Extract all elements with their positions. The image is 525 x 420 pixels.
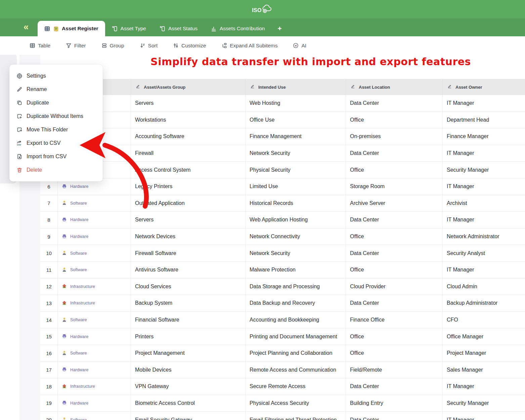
asset-location-cell[interactable]: Data Center	[346, 212, 443, 228]
asset-group-cell[interactable]: Mobile Devices	[131, 362, 246, 378]
column-header-asset-location[interactable]: Asset Location	[346, 79, 443, 95]
asset-group-cell[interactable]: Antivirus Software	[131, 262, 246, 278]
toolbar-item-sort[interactable]: Sort	[140, 43, 158, 49]
asset-category-cell[interactable]: Software	[58, 312, 131, 328]
row-number-cell[interactable]: 10	[40, 245, 58, 261]
asset-location-cell[interactable]: Office	[346, 112, 443, 128]
asset-category-cell[interactable]: Infrastructure	[58, 279, 131, 295]
toolbar-item-group[interactable]: Group	[101, 43, 124, 49]
asset-location-cell[interactable]: Data Center	[346, 412, 443, 420]
intended-use-cell[interactable]: Limited Use	[246, 178, 346, 195]
intended-use-cell[interactable]: Physical Access Security	[246, 395, 346, 412]
intended-use-cell[interactable]: Printing and Document Management	[246, 328, 346, 345]
toolbar-item-expand-all-subitems[interactable]: Expand All Subitems	[221, 43, 277, 49]
row-number-cell[interactable]: 15	[40, 328, 58, 345]
asset-category-cell[interactable]: Infrastructure	[58, 378, 131, 395]
asset-location-cell[interactable]: Building Entry	[346, 395, 443, 412]
column-header-intended-use[interactable]: Intended Use	[246, 79, 346, 95]
asset-owner-cell[interactable]: CFO	[443, 312, 525, 328]
row-number-cell[interactable]: 17	[40, 362, 58, 378]
asset-category-cell[interactable]: Infrastructure	[58, 295, 131, 311]
asset-owner-cell[interactable]: Backup Administrator	[443, 295, 525, 311]
row-number-cell[interactable]: 19	[40, 395, 58, 412]
column-header-asset-assets-group[interactable]: Asset/Assets Group	[131, 79, 246, 95]
asset-category-cell[interactable]: Software	[58, 262, 131, 278]
asset-location-cell[interactable]: Office	[346, 345, 443, 362]
asset-owner-cell[interactable]: Security Analyst	[443, 245, 525, 261]
row-number-cell[interactable]: 12	[40, 279, 58, 295]
row-number-cell[interactable]: 20	[40, 412, 58, 420]
tab-asset-type[interactable]: Asset Type	[105, 21, 153, 36]
asset-owner-cell[interactable]: Sales Manager	[443, 362, 525, 378]
asset-group-cell[interactable]: Access Control System	[131, 162, 246, 178]
asset-group-cell[interactable]: Servers	[131, 212, 246, 228]
intended-use-cell[interactable]: Network Security	[246, 245, 346, 261]
asset-location-cell[interactable]: Office	[346, 328, 443, 345]
asset-category-cell[interactable]: Software	[58, 412, 131, 420]
asset-owner-cell[interactable]: IT Manager	[443, 178, 525, 195]
asset-owner-cell[interactable]: Security Manager	[443, 395, 525, 412]
asset-group-cell[interactable]: Cloud Services	[131, 279, 246, 295]
asset-owner-cell[interactable]: IT Manager	[443, 412, 525, 420]
row-number-cell[interactable]: 8	[40, 212, 58, 228]
asset-category-cell[interactable]: Hardware	[58, 212, 131, 228]
asset-owner-cell[interactable]: Cloud Admin	[443, 279, 525, 295]
asset-category-cell[interactable]: Software	[58, 245, 131, 261]
menu-item-rename[interactable]: Rename	[9, 83, 103, 96]
asset-location-cell[interactable]: Storage Room	[346, 178, 443, 195]
menu-item-duplicate-without-items[interactable]: Duplicate Without Items	[9, 110, 103, 123]
asset-owner-cell[interactable]: Security Manager	[443, 162, 525, 178]
intended-use-cell[interactable]: Secure Remote Access	[246, 378, 346, 395]
intended-use-cell[interactable]: Malware Protection	[246, 262, 346, 278]
tab-asset-register[interactable]: Asset Register	[38, 21, 105, 36]
asset-group-cell[interactable]: Workstations	[131, 112, 246, 128]
asset-group-cell[interactable]: Biometric Access Control	[131, 395, 246, 412]
asset-location-cell[interactable]: Data Center	[346, 378, 443, 395]
asset-owner-cell[interactable]: IT Manager	[443, 145, 525, 162]
menu-item-import-from-csv[interactable]: Import from CSV	[9, 150, 103, 163]
asset-location-cell[interactable]: Archive Server	[346, 195, 443, 212]
asset-group-cell[interactable]: Printers	[131, 328, 246, 345]
intended-use-cell[interactable]: Historical Records	[246, 195, 346, 212]
menu-item-delete[interactable]: Delete	[9, 163, 103, 177]
asset-group-cell[interactable]: Legacy Printers	[131, 178, 246, 195]
asset-group-cell[interactable]: Accounting Software	[131, 128, 246, 145]
asset-owner-cell[interactable]: IT Manager	[443, 378, 525, 395]
intended-use-cell[interactable]: Network Connectivity	[246, 228, 346, 245]
intended-use-cell[interactable]: Web Application Hosting	[246, 212, 346, 228]
intended-use-cell[interactable]: Network Security	[246, 145, 346, 162]
row-number-cell[interactable]: 18	[40, 378, 58, 395]
asset-owner-cell[interactable]: IT Manager	[443, 212, 525, 228]
intended-use-cell[interactable]: Web Hosting	[246, 95, 346, 112]
tab-asset-status[interactable]: Asset Status	[153, 21, 204, 36]
asset-location-cell[interactable]: Field/Remote	[346, 362, 443, 378]
row-number-cell[interactable]: 16	[40, 345, 58, 362]
asset-owner-cell[interactable]: Office Manager	[443, 328, 525, 345]
intended-use-cell[interactable]: Finance Management	[246, 128, 346, 145]
intended-use-cell[interactable]: Data Storage and Processing	[246, 279, 346, 295]
asset-location-cell[interactable]: Data Center	[346, 95, 443, 112]
toolbar-item-ai[interactable]: aiAI	[293, 43, 306, 49]
asset-owner-cell[interactable]: Archivist	[443, 195, 525, 212]
asset-location-cell[interactable]: Office	[346, 162, 443, 178]
asset-category-cell[interactable]: Hardware	[58, 362, 131, 378]
asset-group-cell[interactable]: Backup System	[131, 295, 246, 311]
asset-group-cell[interactable]: Firewall Software	[131, 245, 246, 261]
asset-group-cell[interactable]: Project Management	[131, 345, 246, 362]
asset-category-cell[interactable]: Software	[58, 345, 131, 362]
chevrons-left-icon[interactable]: «	[24, 21, 29, 34]
asset-location-cell[interactable]: On-premises	[346, 128, 443, 145]
asset-owner-cell[interactable]: Project Manager	[443, 345, 525, 362]
asset-location-cell[interactable]: Office	[346, 228, 443, 245]
asset-category-cell[interactable]: Hardware	[58, 228, 131, 245]
asset-group-cell[interactable]: Financial Software	[131, 312, 246, 328]
intended-use-cell[interactable]: Accounting and Bookkeeping	[246, 312, 346, 328]
intended-use-cell[interactable]: Physical Security	[246, 162, 346, 178]
asset-owner-cell[interactable]: Finance Manager	[443, 128, 525, 145]
asset-group-cell[interactable]: VPN Gateway	[131, 378, 246, 395]
asset-owner-cell[interactable]: Network Administrator	[443, 228, 525, 245]
row-number-cell[interactable]: 9	[40, 228, 58, 245]
menu-item-export-to-csv[interactable]: CSVExport to CSV	[9, 136, 103, 150]
toolbar-item-customize[interactable]: Customize	[173, 43, 206, 49]
row-number-cell[interactable]: 13	[40, 295, 58, 311]
